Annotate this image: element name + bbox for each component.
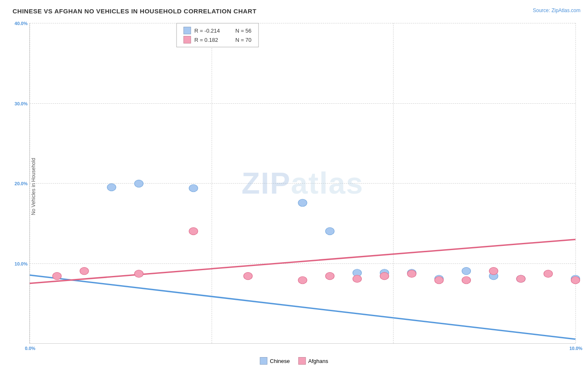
y-tick-20: 20.0% — [15, 181, 28, 186]
pink-point — [544, 270, 552, 278]
pink-point — [298, 276, 307, 284]
legend-pink-r: R = 0.182 — [194, 37, 232, 43]
legend-pink-n: N = 70 — [235, 37, 252, 43]
scatter-svg — [30, 23, 575, 343]
pink-point — [571, 276, 580, 284]
bottom-swatch-afghans — [298, 357, 306, 365]
blue-point — [462, 267, 471, 275]
chart-title: CHINESE VS AFGHAN NO VEHICLES IN HOUSEHO… — [13, 8, 256, 15]
legend-blue-n: N = 56 — [235, 28, 252, 34]
pink-point — [244, 272, 253, 280]
legend-swatch-pink — [184, 36, 191, 43]
source-text: Source: ZipAtlas.com — [533, 8, 580, 13]
blue-point — [107, 184, 116, 191]
pink-point — [462, 276, 471, 284]
pink-point — [353, 275, 362, 283]
chart-area: 40.0% 30.0% 20.0% 10.0% 0.0% 10.0% ZIPat… — [29, 23, 575, 344]
legend-row-pink: R = 0.182 N = 70 — [184, 36, 252, 43]
bottom-legend-afghans: Afghans — [298, 357, 328, 365]
legend-row-blue: R = -0.214 N = 56 — [184, 27, 252, 34]
chart-container: CHINESE VS AFGHAN NO VEHICLES IN HOUSEHO… — [0, 0, 588, 373]
pink-point — [380, 272, 389, 280]
pink-point — [516, 275, 525, 283]
pink-point — [325, 272, 334, 280]
y-tick-10: 10.0% — [15, 261, 28, 266]
pink-point — [80, 267, 89, 275]
pink-point — [135, 270, 143, 278]
y-tick-40: 40.0% — [15, 21, 28, 26]
grid-v-100: 10.0% — [575, 23, 576, 343]
bottom-legend-chinese: Chinese — [260, 357, 290, 365]
pink-point — [407, 270, 416, 278]
pink-point — [53, 272, 61, 280]
pink-point — [435, 276, 443, 284]
blue-point — [135, 180, 143, 187]
legend: R = -0.214 N = 56 R = 0.182 N = 70 — [176, 23, 259, 47]
bottom-legend-afghans-label: Afghans — [308, 358, 328, 364]
pink-point — [489, 267, 498, 275]
bottom-swatch-chinese — [260, 357, 267, 365]
blue-trend-line — [30, 275, 575, 339]
blue-point — [189, 184, 198, 192]
blue-point — [325, 227, 334, 235]
bottom-legend: Chinese Afghans — [260, 357, 328, 365]
legend-swatch-blue — [184, 27, 191, 34]
y-tick-30: 30.0% — [15, 101, 28, 106]
bottom-legend-chinese-label: Chinese — [270, 358, 290, 364]
legend-blue-r: R = -0.214 — [194, 28, 232, 34]
blue-point — [298, 199, 307, 207]
pink-point — [189, 227, 198, 235]
